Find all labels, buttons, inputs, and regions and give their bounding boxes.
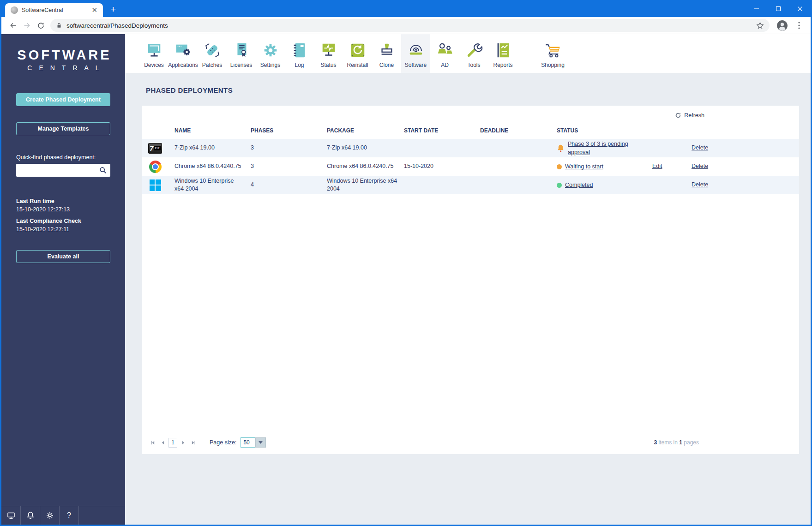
forward-icon[interactable]	[20, 18, 34, 32]
logo-line1: SOFTWARE	[1, 48, 127, 63]
row-phases: 3	[251, 144, 327, 152]
manage-templates-button[interactable]: Manage Templates	[16, 122, 110, 135]
patches-icon	[202, 41, 223, 60]
pagination: 1 Page size:	[142, 437, 799, 454]
page-size-dropdown-button[interactable]	[255, 437, 266, 448]
nav-item-devices[interactable]: Devices	[139, 34, 168, 73]
table-row: Chrome x64 86.0.4240.753Chrome x64 86.0.…	[142, 157, 799, 176]
current-page[interactable]: 1	[168, 438, 177, 448]
dot-green-icon	[557, 183, 562, 188]
settings-gear-icon[interactable]	[40, 506, 60, 525]
tab-close-icon[interactable]: ✕	[90, 6, 99, 14]
url-text[interactable]: softwarecentral/PhasedDeployments	[66, 22, 756, 29]
quickfind-label: Quick-find phased deployment:	[16, 154, 110, 161]
search-icon[interactable]	[99, 167, 107, 176]
nav-item-patches[interactable]: Patches	[198, 34, 227, 73]
nav-label: Shopping	[541, 62, 565, 68]
nav-item-settings[interactable]: Settings	[256, 34, 285, 73]
nav-item-status[interactable]: Status	[314, 34, 343, 73]
chevron-down-icon	[259, 441, 263, 444]
tab-title: SoftwareCentral	[22, 7, 90, 13]
evaluate-all-button[interactable]: Evaluate all	[16, 250, 110, 263]
minimize-button[interactable]	[746, 0, 767, 17]
col-name: NAME	[174, 127, 251, 135]
nav-label: Reinstall	[347, 62, 368, 68]
refresh-icon	[675, 112, 681, 119]
nav-item-shopping[interactable]: Shopping	[538, 34, 567, 73]
prev-page-button[interactable]	[158, 438, 167, 447]
table-row: Windows 10 Enterprise x64 20044Windows 1…	[142, 176, 799, 194]
top-nav-items: DevicesApplicationsPatchesLicensesSettin…	[139, 34, 567, 73]
browser-tab[interactable]: SoftwareCentral ✕	[5, 3, 103, 17]
row-package: Chrome x64 86.0.4240.75	[327, 162, 404, 171]
applications-icon	[173, 41, 193, 60]
status-link[interactable]: Waiting to start	[565, 162, 603, 171]
row-delete: Delete	[692, 144, 799, 152]
delete-link[interactable]: Delete	[692, 144, 708, 151]
sidebar-footer: ?	[1, 506, 125, 525]
main-area: DevicesApplicationsPatchesLicensesSettin…	[125, 34, 811, 525]
nav-item-licenses[interactable]: Licenses	[227, 34, 256, 73]
tab-favicon-icon	[11, 6, 18, 14]
status-link[interactable]: Completed	[565, 181, 593, 189]
help-icon[interactable]: ?	[60, 506, 79, 525]
quickfind-input[interactable]	[16, 164, 110, 177]
page-title: PHASED DEPLOYMENTS	[146, 86, 799, 94]
table-header: NAME PHASES PACKAGE START DATE DEADLINE …	[142, 122, 799, 139]
nav-label: Applications	[168, 62, 198, 68]
software-icon	[406, 41, 426, 60]
page-size-input[interactable]	[241, 437, 255, 448]
remote-desktop-icon[interactable]	[1, 506, 21, 525]
col-status: STATUS	[557, 127, 652, 135]
row-phases: 4	[251, 181, 327, 189]
profile-avatar[interactable]	[776, 20, 788, 31]
row-edit: Edit	[652, 162, 692, 171]
row-status: Phase 3 of 3 is pending approval	[557, 140, 652, 156]
nav-item-tools[interactable]: Tools	[459, 34, 488, 73]
nav-label: Software	[405, 62, 427, 68]
row-delete: Delete	[692, 181, 799, 189]
edit-link[interactable]: Edit	[652, 163, 662, 169]
top-nav: DevicesApplicationsPatchesLicensesSettin…	[125, 34, 811, 73]
bookmark-star-icon[interactable]	[756, 22, 764, 30]
first-page-button[interactable]	[148, 438, 156, 447]
nav-item-reports[interactable]: Reports	[488, 34, 517, 73]
row-package: 7-Zip x64 19.00	[327, 144, 404, 152]
last-page-button[interactable]	[189, 438, 198, 447]
nav-label: Tools	[467, 62, 480, 68]
row-delete: Delete	[692, 162, 799, 171]
nav-item-ad[interactable]: AD	[430, 34, 459, 73]
delete-link[interactable]: Delete	[692, 181, 708, 188]
next-page-button[interactable]	[179, 438, 187, 447]
nav-item-applications[interactable]: Applications	[168, 34, 198, 73]
col-phases: PHASES	[251, 127, 327, 135]
notifications-bell-icon[interactable]	[21, 506, 40, 525]
nav-item-software[interactable]: Software	[401, 34, 430, 73]
nav-item-reinstall[interactable]: Reinstall	[343, 34, 372, 73]
close-button[interactable]	[789, 0, 811, 17]
address-bar[interactable]: softwarecentral/PhasedDeployments	[50, 19, 770, 32]
row-start-date: 15-10-2020	[404, 162, 480, 171]
nav-label: Clone	[379, 62, 394, 68]
dot-orange-icon	[557, 164, 562, 169]
pager: 1	[148, 438, 198, 448]
create-phased-deployment-button[interactable]: Create Phased Deployment	[16, 93, 110, 106]
new-tab-button[interactable]: +	[110, 4, 116, 14]
back-icon[interactable]	[6, 18, 20, 32]
content: PHASED DEPLOYMENTS Refresh NAME PHASES P…	[125, 73, 811, 525]
maximize-button[interactable]	[767, 0, 789, 17]
logo-line2: CENTRAL	[1, 64, 132, 72]
browser-titlebar: SoftwareCentral ✕ +	[1, 0, 811, 17]
reports-icon	[493, 41, 513, 60]
refresh-button[interactable]: Refresh	[675, 112, 704, 119]
nav-label: Settings	[260, 62, 280, 68]
reload-icon[interactable]	[34, 18, 48, 32]
delete-link[interactable]: Delete	[692, 163, 708, 169]
status-link[interactable]: Phase 3 of 3 is pending approval	[568, 140, 644, 156]
menu-kebab-icon[interactable]	[792, 18, 806, 32]
window-controls	[746, 0, 811, 17]
nav-label: Patches	[202, 62, 222, 68]
nav-item-log[interactable]: Log	[285, 34, 314, 73]
nav-item-clone[interactable]: Clone	[372, 34, 401, 73]
nav-label: AD	[441, 62, 449, 68]
